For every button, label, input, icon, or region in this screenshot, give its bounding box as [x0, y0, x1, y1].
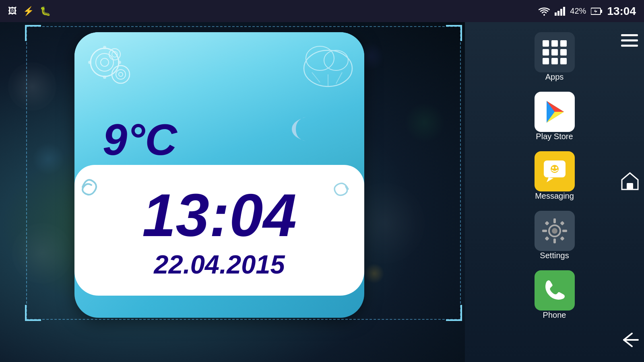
svg-rect-34	[553, 218, 556, 223]
bug-icon: 🐛	[40, 6, 51, 16]
messaging-label: Messaging	[535, 191, 574, 201]
corner-br	[446, 305, 462, 321]
svg-rect-1	[557, 11, 559, 16]
svg-rect-43	[621, 39, 638, 41]
svg-point-30	[552, 167, 554, 169]
phone-icon	[535, 270, 575, 311]
svg-rect-45	[627, 183, 633, 189]
svg-point-33	[552, 228, 557, 234]
widget-container	[26, 26, 461, 320]
svg-rect-36	[542, 230, 547, 232]
svg-rect-37	[562, 230, 567, 232]
play-store-button[interactable]: Play Store	[522, 88, 587, 145]
apps-icon	[535, 32, 575, 72]
status-right-icons: 42% 13:04	[539, 5, 636, 18]
svg-rect-2	[560, 9, 562, 16]
play-store-label: Play Store	[536, 132, 573, 141]
svg-point-31	[555, 167, 557, 169]
apps-label: Apps	[545, 72, 564, 82]
svg-rect-3	[563, 7, 565, 16]
phone-label: Phone	[543, 311, 566, 320]
photo-icon: 🖼	[8, 6, 17, 16]
menu-icon[interactable]	[621, 34, 638, 49]
nav-icons	[616, 22, 644, 362]
svg-rect-0	[555, 12, 557, 16]
status-left-icons: 🖼 ⚡ 🐛	[8, 6, 51, 16]
corner-tr	[446, 25, 462, 41]
status-time: 13:04	[607, 5, 636, 18]
svg-rect-39	[560, 236, 564, 241]
signal-icon	[555, 7, 565, 16]
svg-rect-35	[553, 239, 556, 243]
home-icon[interactable]	[620, 171, 640, 192]
svg-rect-42	[621, 34, 638, 36]
play-store-icon	[535, 92, 575, 132]
apps-button[interactable]: Apps	[522, 28, 587, 86]
corner-bl	[25, 305, 41, 321]
messaging-button[interactable]: Messaging	[522, 147, 587, 205]
main-background: 9°C 13:04	[0, 22, 465, 362]
svg-rect-5	[601, 10, 602, 13]
svg-rect-38	[545, 221, 549, 225]
messaging-icon	[535, 151, 575, 191]
battery-percentage: 42%	[570, 6, 586, 16]
settings-label: Settings	[540, 251, 569, 260]
battery-icon	[591, 7, 602, 16]
back-icon[interactable]	[620, 331, 640, 350]
phone-button[interactable]: Phone	[522, 266, 587, 324]
settings-button[interactable]: Settings	[522, 207, 587, 264]
wifi-icon	[539, 7, 550, 16]
apps-grid	[537, 34, 573, 70]
usb-icon: ⚡	[23, 6, 34, 16]
svg-rect-44	[621, 45, 638, 47]
svg-rect-40	[560, 221, 564, 225]
svg-rect-41	[545, 236, 549, 241]
status-bar: 🖼 ⚡ 🐛 42% 13:04	[0, 0, 644, 22]
settings-icon	[535, 211, 575, 251]
corner-tl	[25, 25, 41, 41]
